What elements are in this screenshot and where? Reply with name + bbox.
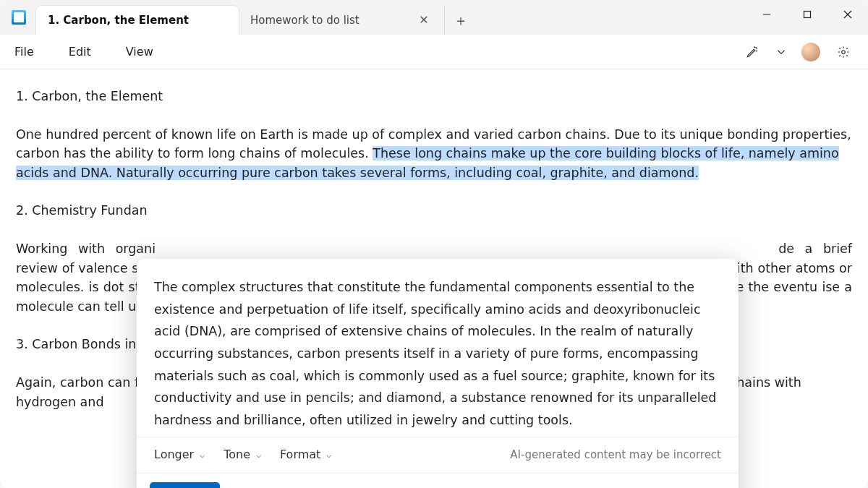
svg-point-5	[754, 46, 755, 47]
minimize-button[interactable]	[746, 0, 787, 29]
settings-button[interactable]	[830, 39, 856, 65]
new-tab-button[interactable]: ＋	[444, 6, 473, 35]
ai-rewrite-button[interactable]	[739, 39, 765, 65]
menu-bar: File Edit View	[0, 35, 868, 69]
option-format[interactable]: Format⌵	[280, 446, 331, 463]
svg-point-6	[842, 50, 846, 53]
tab-title: 1. Carbon, the Element	[48, 14, 227, 27]
menu-file[interactable]: File	[12, 39, 48, 64]
close-tab-icon[interactable]: ✕	[418, 14, 430, 26]
chevron-down-icon: ⌵	[200, 448, 205, 461]
title-bar: 1. Carbon, the Element Homework to do li…	[0, 0, 868, 35]
menu-edit[interactable]: Edit	[66, 39, 106, 64]
maximize-button[interactable]	[787, 0, 827, 29]
tab-strip: 1. Carbon, the Element Homework to do li…	[36, 0, 473, 35]
svg-point-4	[757, 51, 757, 51]
menu-view[interactable]: View	[123, 39, 168, 64]
close-window-button[interactable]	[827, 0, 868, 29]
doc-heading-2: 2. Chemistry Fundan	[16, 201, 852, 221]
previous-suggestion-button[interactable]	[230, 482, 255, 488]
feedback-button[interactable]	[701, 482, 726, 488]
option-longer[interactable]: Longer⌵	[154, 446, 205, 463]
tab-title: Homework to do list	[250, 14, 409, 27]
ai-rewrite-popup: The complex structures that constitute t…	[137, 259, 739, 488]
notepad-app-icon	[12, 10, 26, 25]
replace-button[interactable]: Replace	[150, 482, 220, 488]
document-editor[interactable]: 1. Carbon, the Element One hundred perce…	[0, 69, 868, 488]
discard-button[interactable]	[416, 482, 441, 488]
next-suggestion-button[interactable]	[312, 482, 336, 488]
copy-button[interactable]	[346, 482, 371, 488]
user-avatar[interactable]	[801, 43, 820, 61]
app-window: 1. Carbon, the Element Homework to do li…	[0, 0, 868, 488]
doc-paragraph-1: One hundred percent of known life on Ear…	[16, 125, 852, 183]
chevron-down-icon: ⌵	[326, 448, 331, 461]
window-controls	[746, 0, 868, 29]
tab-carbon-element[interactable]: 1. Carbon, the Element	[36, 6, 239, 35]
chevron-down-icon: ⌵	[256, 448, 261, 461]
svg-rect-1	[804, 12, 811, 18]
ai-disclaimer: AI-generated content may be incorrect	[510, 447, 721, 463]
history-button[interactable]	[669, 482, 694, 488]
ai-suggestion-text: The complex structures that constitute t…	[137, 259, 739, 437]
ai-options-row: Longer⌵ Tone⌵ Format⌵ AI-generated conte…	[137, 437, 739, 472]
option-tone[interactable]: Tone⌵	[224, 446, 261, 463]
ai-rewrite-dropdown[interactable]	[768, 39, 794, 65]
doc-heading-1: 1. Carbon, the Element	[16, 87, 852, 106]
regenerate-button[interactable]	[381, 482, 406, 488]
ai-actions-row: Replace 1 of 4	[137, 473, 739, 488]
tab-homework-list[interactable]: Homework to do list ✕	[239, 6, 441, 35]
